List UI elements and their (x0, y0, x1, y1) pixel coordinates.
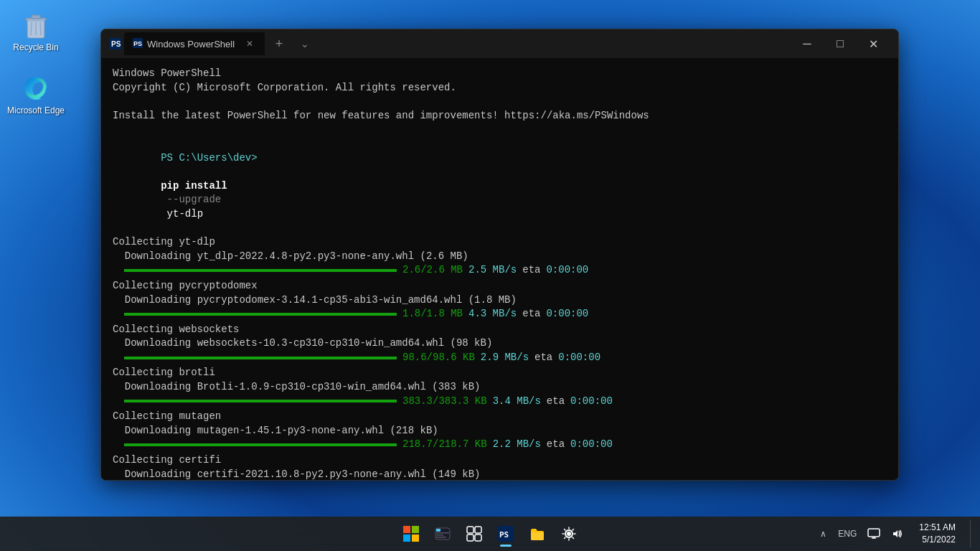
progress-speed: 3.4 MB/s (493, 395, 541, 409)
terminal-line: Collecting brotli (113, 366, 887, 380)
tab-close-icon[interactable]: ✕ (243, 37, 256, 50)
show-desktop-button[interactable] (970, 519, 974, 548)
taskbar: PS ∧ ENG (0, 517, 980, 551)
start-button[interactable] (397, 519, 425, 548)
taskbar-powershell-button[interactable]: PS (491, 519, 520, 548)
progress-bar-fill (124, 357, 397, 359)
terminal-line: Collecting mutagen (113, 410, 887, 424)
svg-rect-21 (467, 534, 473, 541)
svg-rect-18 (436, 537, 446, 538)
terminal-line: Collecting websockets (113, 323, 887, 337)
progress-text: 98.6/98.6 KB (402, 351, 475, 365)
recycle-bin-label: Recycle Bin (13, 42, 58, 52)
progress-eta-label: eta (547, 438, 565, 452)
svg-rect-13 (412, 534, 419, 542)
tray-volume-button[interactable] (886, 519, 908, 548)
progress-speed: 4.3 MB/s (468, 307, 517, 321)
svg-rect-19 (467, 527, 473, 533)
progress-speed: 2.9 MB/s (481, 351, 529, 365)
progress-line: 2.6/2.6 MB 2.5 MB/s eta 0:00:00 (124, 263, 887, 278)
progress-line: 98.6/98.6 KB 2.9 MB/s eta 0:00:00 (124, 351, 887, 365)
recycle-bin-image (22, 11, 50, 39)
terminal-line: Collecting pycryptodomex (113, 279, 887, 293)
progress-eta-val: 0:00:00 (546, 263, 588, 278)
progress-eta-label: eta (522, 263, 540, 278)
terminal-line: Downloading certifi-2021.10.8-py2.py3-no… (113, 468, 887, 480)
taskbar-explorer-button[interactable] (523, 519, 552, 548)
terminal-output[interactable]: Windows PowerShell Copyright (C) Microso… (101, 58, 898, 480)
taskview-button[interactable] (460, 519, 489, 548)
terminal-line: Collecting certifi (113, 453, 887, 468)
progress-bar-container (124, 313, 397, 316)
tray-display-button[interactable] (863, 519, 885, 548)
svg-rect-22 (475, 534, 481, 541)
svg-rect-16 (436, 532, 449, 534)
terminal-line: Windows PowerShell (113, 67, 887, 81)
progress-line: 1.8/1.8 MB 4.3 MB/s eta 0:00:00 (124, 307, 887, 321)
tab-powershell[interactable]: PS Windows PowerShell ✕ (124, 32, 265, 55)
progress-bar-container (124, 443, 397, 446)
terminal-line: Downloading websockets-10.3-cp310-cp310-… (113, 336, 887, 351)
svg-rect-20 (475, 527, 481, 533)
edge-image (22, 74, 50, 103)
titlebar: PS PS Windows PowerShell ✕ + ⌄ (101, 29, 898, 58)
search-button[interactable] (428, 519, 457, 548)
progress-eta-val: 0:00:00 (546, 307, 588, 321)
tab-dropdown-button[interactable]: ⌄ (293, 32, 316, 55)
progress-bar-container (124, 357, 397, 359)
svg-text:PS: PS (111, 40, 121, 48)
svg-rect-10 (403, 526, 410, 533)
new-tab-button[interactable]: + (268, 32, 291, 55)
recycle-bin-icon[interactable]: Recycle Bin (7, 7, 65, 56)
progress-bar-container (124, 400, 397, 402)
svg-rect-11 (412, 526, 419, 533)
cmd-pip: pip install (161, 180, 227, 192)
tray-expand-button[interactable]: ∧ (814, 519, 831, 548)
progress-line: 218.7/218.7 KB 2.2 MB/s eta 0:00:00 (124, 438, 887, 452)
cmd-space (161, 166, 166, 177)
maximize-button[interactable]: □ (824, 29, 857, 58)
terminal-line: Copyright (C) Microsoft Corporation. All… (113, 81, 887, 95)
taskbar-settings-button[interactable] (555, 519, 583, 548)
progress-eta-label: eta (534, 351, 552, 365)
taskbar-clock[interactable]: 12:51 AM 5/1/2022 (913, 519, 961, 549)
progress-speed: 2.2 MB/s (493, 438, 541, 452)
svg-text:PS: PS (133, 40, 142, 47)
cmd-upgrade: --upgrade (161, 194, 221, 205)
svg-rect-2 (32, 15, 40, 19)
progress-bar-fill (124, 443, 397, 446)
progress-speed: 2.5 MB/s (468, 263, 517, 278)
terminal-line: Downloading yt_dlp-2022.4.8-py2.py3-none… (113, 250, 887, 264)
svg-rect-12 (403, 534, 410, 542)
terminal-line: Collecting yt-dlp (113, 235, 887, 250)
prompt: PS C:\Users\dev> (161, 152, 257, 164)
titlebar-controls: ─ □ ✕ (791, 29, 890, 58)
progress-bar-container (124, 269, 397, 272)
progress-eta-label: eta (547, 395, 565, 409)
minimize-button[interactable]: ─ (791, 29, 824, 58)
tray-icons: ∧ ENG (814, 519, 908, 548)
edge-label: Microsoft Edge (7, 105, 65, 116)
terminal-line (113, 95, 887, 109)
close-button[interactable]: ✕ (857, 29, 890, 58)
taskbar-tray: ∧ ENG 12:51 (814, 519, 974, 549)
progress-bar-fill (124, 313, 397, 316)
progress-eta-val: 0:00:00 (570, 438, 613, 452)
progress-line: 383.3/383.3 KB 3.4 MB/s eta 0:00:00 (124, 395, 887, 409)
clock-time: 12:51 AM (919, 522, 956, 534)
svg-rect-15 (436, 529, 440, 532)
cmd-pkg: yt-dlp (161, 208, 203, 220)
progress-text: 1.8/1.8 MB (402, 307, 463, 321)
svg-text:PS: PS (499, 530, 509, 540)
tray-lang-button[interactable]: ENG (833, 519, 862, 548)
terminal-command-line: PS C:\Users\dev> pip install --upgrade y… (113, 137, 887, 235)
terminal-line: Downloading mutagen-1.45.1-py3-none-any.… (113, 424, 887, 438)
progress-bar-fill (124, 269, 397, 272)
powershell-window: PS PS Windows PowerShell ✕ + ⌄ (100, 29, 899, 481)
progress-bar-fill (124, 400, 397, 402)
tab-ps-icon: PS (133, 38, 143, 50)
desktop-icons: Recycle Bin (0, 0, 72, 126)
terminal-line: Downloading pycryptodomex-3.14.1-cp35-ab… (113, 293, 887, 308)
svg-point-25 (567, 532, 571, 536)
microsoft-edge-icon[interactable]: Microsoft Edge (7, 70, 65, 119)
